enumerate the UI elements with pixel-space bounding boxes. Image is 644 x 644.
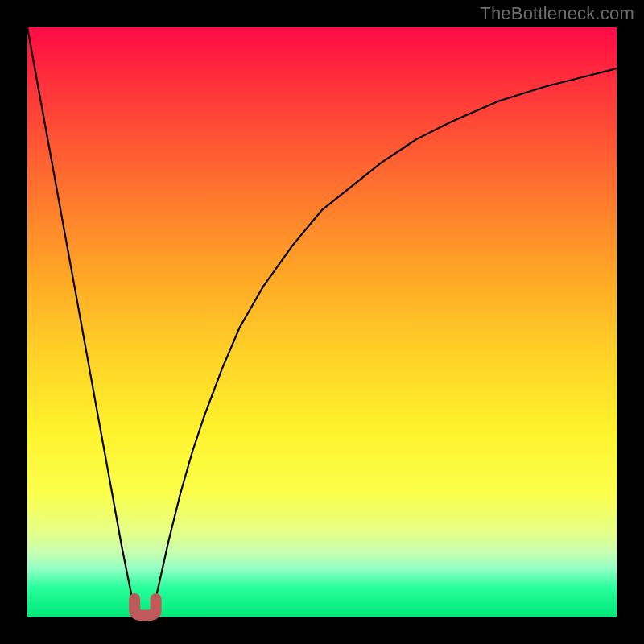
watermark-text: TheBottleneck.com bbox=[480, 3, 634, 24]
bottleneck-curve bbox=[27, 27, 617, 617]
optimal-marker bbox=[134, 599, 155, 616]
chart-plot-area bbox=[27, 27, 617, 617]
chart-frame: TheBottleneck.com bbox=[0, 0, 644, 644]
curve-path bbox=[27, 27, 617, 615]
